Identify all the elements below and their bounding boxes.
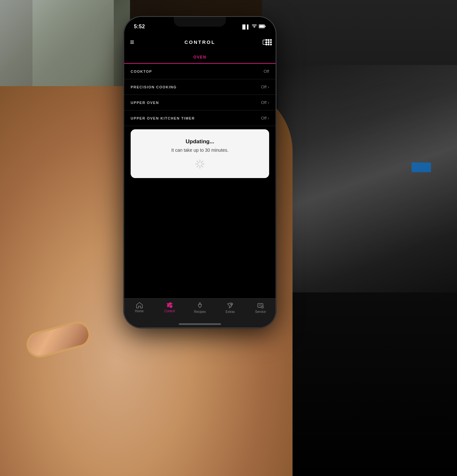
bg-oven bbox=[278, 65, 457, 292]
nav-label-control: Control bbox=[164, 309, 175, 313]
nav-label-home: Home bbox=[135, 309, 144, 313]
nav-label-service: Service bbox=[255, 310, 266, 314]
cooktop-label: COOKTOP bbox=[131, 70, 152, 73]
menu-item-cooktop[interactable]: COOKTOP Off bbox=[124, 64, 276, 79]
oven-blue-light bbox=[411, 162, 431, 172]
chevron-right-icon: › bbox=[268, 85, 269, 89]
svg-rect-2 bbox=[259, 25, 264, 27]
wifi-icon bbox=[252, 24, 257, 29]
status-icons: ▐▌▌ bbox=[241, 24, 266, 29]
precision-cooking-label: PRECISION COOKING bbox=[131, 85, 177, 89]
tab-oven[interactable]: OVEN bbox=[124, 51, 276, 63]
menu-list: COOKTOP Off PRECISION COOKING Off › UPPE… bbox=[124, 64, 276, 126]
svg-line-13 bbox=[201, 161, 203, 163]
nav-item-service[interactable]: Service bbox=[245, 302, 276, 314]
svg-point-30 bbox=[262, 307, 263, 308]
chevron-right-icon: › bbox=[268, 100, 269, 105]
app-screen: ≡ CONTROL bbox=[124, 33, 276, 328]
service-icon bbox=[257, 302, 264, 309]
phone-wrapper: 5:52 ▐▌▌ bbox=[124, 16, 276, 328]
grid-dot bbox=[266, 41, 267, 43]
spinner-icon bbox=[195, 159, 205, 169]
home-indicator bbox=[179, 323, 221, 325]
nav-label-recipes: Recipes bbox=[194, 310, 206, 314]
home-icon bbox=[136, 302, 143, 308]
phone-notch bbox=[174, 17, 226, 27]
modal-overlay: Updating... It can take up to 30 minutes… bbox=[124, 126, 276, 185]
extras-icon bbox=[227, 302, 234, 309]
nav-label-extras: Extras bbox=[226, 310, 235, 314]
page-title: CONTROL bbox=[184, 39, 215, 45]
upper-oven-value: Off › bbox=[261, 100, 269, 105]
grid-view-button[interactable] bbox=[266, 39, 272, 45]
grid-dot bbox=[268, 41, 269, 43]
grid-dot bbox=[266, 44, 267, 45]
phone-frame: 5:52 ▐▌▌ bbox=[124, 16, 276, 328]
svg-point-24 bbox=[230, 304, 232, 305]
menu-item-upper-oven-timer[interactable]: UPPER OVEN KITCHEN TIMER Off › bbox=[124, 110, 276, 126]
loading-spinner bbox=[140, 159, 259, 169]
svg-rect-1 bbox=[265, 26, 266, 27]
nav-bar: ≡ CONTROL bbox=[124, 33, 276, 51]
update-title: Updating... bbox=[140, 138, 259, 145]
grid-dot bbox=[270, 39, 272, 41]
upper-oven-timer-label: UPPER OVEN KITCHEN TIMER bbox=[131, 116, 195, 120]
black-spacer bbox=[124, 185, 276, 233]
status-time: 5:52 bbox=[134, 24, 145, 30]
update-modal: Updating... It can take up to 30 minutes… bbox=[131, 129, 269, 178]
menu-item-upper-oven[interactable]: UPPER OVEN Off › bbox=[124, 95, 276, 110]
svg-line-14 bbox=[197, 165, 199, 167]
grid-dot bbox=[270, 44, 272, 45]
grid-dot bbox=[268, 39, 269, 41]
upper-oven-timer-value: Off › bbox=[261, 116, 269, 121]
cooktop-value: Off bbox=[264, 69, 269, 74]
precision-cooking-value: Off › bbox=[261, 84, 269, 89]
tabs-row: OVEN bbox=[124, 51, 276, 64]
control-icon bbox=[166, 302, 174, 308]
nav-item-recipes[interactable]: Recipes bbox=[185, 302, 215, 314]
chevron-right-icon: › bbox=[268, 116, 269, 121]
recipes-icon bbox=[196, 302, 203, 309]
signal-icon: ▐▌▌ bbox=[241, 24, 250, 29]
nav-item-home[interactable]: Home bbox=[124, 302, 154, 313]
menu-item-precision-cooking[interactable]: PRECISION COOKING Off › bbox=[124, 79, 276, 95]
svg-line-12 bbox=[201, 165, 203, 167]
grid-dot bbox=[266, 39, 267, 41]
menu-icon[interactable]: ≡ bbox=[130, 39, 134, 46]
grid-dot bbox=[270, 41, 272, 43]
battery-icon bbox=[259, 24, 266, 29]
svg-line-11 bbox=[197, 161, 199, 163]
grid-dot bbox=[268, 44, 269, 45]
update-subtitle: It can take up to 30 minutes. bbox=[140, 148, 259, 153]
upper-oven-label: UPPER OVEN bbox=[131, 101, 159, 105]
nav-item-extras[interactable]: Extras bbox=[215, 302, 245, 314]
nav-item-control[interactable]: Control bbox=[154, 302, 185, 313]
